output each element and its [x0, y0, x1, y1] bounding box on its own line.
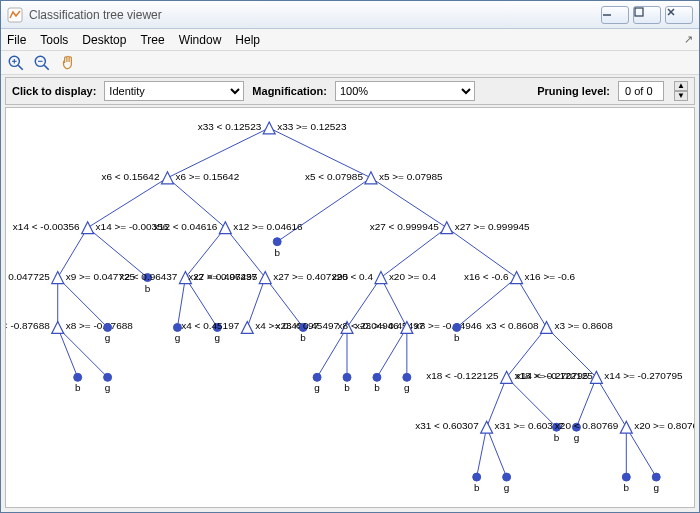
svg-text:x12 < 0.04616: x12 < 0.04616 [154, 221, 218, 232]
svg-point-142 [622, 473, 630, 481]
control-bar: Click to display: Identity Magnification… [5, 77, 695, 105]
magnification-select[interactable]: 100% [335, 81, 475, 101]
svg-line-32 [58, 327, 78, 377]
svg-text:x33 < 0.12523: x33 < 0.12523 [198, 121, 262, 132]
svg-text:x16 < -0.6: x16 < -0.6 [464, 271, 509, 282]
svg-text:g: g [404, 382, 410, 393]
dock-toggle-icon[interactable]: ↗ [684, 33, 693, 46]
svg-point-144 [652, 473, 660, 481]
pruning-down-button[interactable]: ▼ [674, 91, 688, 101]
svg-text:x3 < 0.8608: x3 < 0.8608 [486, 320, 539, 331]
svg-text:x20 < 0.4: x20 < 0.4 [332, 271, 374, 282]
svg-marker-65 [441, 222, 453, 234]
svg-line-33 [58, 327, 108, 377]
svg-marker-79 [375, 272, 387, 284]
close-button[interactable] [665, 6, 693, 24]
svg-text:x8 < -0.87688: x8 < -0.87688 [6, 320, 50, 331]
pruning-up-button[interactable]: ▲ [674, 81, 688, 91]
menu-tree[interactable]: Tree [140, 33, 164, 47]
pruning-label: Pruning level: [537, 85, 610, 97]
svg-text:x27 < 0.999945: x27 < 0.999945 [370, 221, 439, 232]
svg-marker-48 [263, 122, 275, 134]
svg-line-47 [626, 427, 656, 477]
svg-text:x2 < 0.96437: x2 < 0.96437 [119, 271, 177, 282]
svg-text:x14 < -0.00356: x14 < -0.00356 [13, 221, 80, 232]
svg-text:b: b [474, 482, 480, 493]
svg-text:x6 < 0.15642: x6 < 0.15642 [102, 171, 160, 182]
svg-text:b: b [624, 482, 630, 493]
svg-text:b: b [454, 332, 460, 343]
menu-window[interactable]: Window [179, 33, 222, 47]
svg-text:b: b [374, 382, 380, 393]
svg-line-14 [277, 178, 371, 242]
svg-point-140 [503, 473, 511, 481]
svg-marker-85 [52, 321, 64, 333]
menu-desktop[interactable]: Desktop [82, 33, 126, 47]
svg-rect-2 [635, 8, 643, 16]
minimize-button[interactable] [601, 6, 629, 24]
svg-text:b: b [75, 382, 81, 393]
menu-tools[interactable]: Tools [40, 33, 68, 47]
svg-text:x8 >= -0.87688: x8 >= -0.87688 [66, 320, 134, 331]
svg-line-4 [18, 65, 23, 70]
svg-marker-82 [511, 272, 523, 284]
window-buttons [601, 6, 693, 24]
svg-text:x4 < 0.45197: x4 < 0.45197 [181, 320, 239, 331]
svg-line-45 [487, 427, 507, 477]
svg-point-114 [313, 373, 321, 381]
title-bar: Classification tree viewer [1, 1, 699, 29]
svg-marker-57 [82, 222, 94, 234]
svg-text:x14 >= -0.270795: x14 >= -0.270795 [604, 370, 683, 381]
svg-text:x27 >= 0.999945: x27 >= 0.999945 [455, 221, 530, 232]
magnification-label: Magnification: [252, 85, 327, 97]
svg-text:x20 >= 0.4: x20 >= 0.4 [389, 271, 437, 282]
svg-text:b: b [300, 332, 306, 343]
display-select[interactable]: Identity [104, 81, 244, 101]
svg-text:g: g [653, 482, 659, 493]
svg-text:x20 < 0.80769: x20 < 0.80769 [555, 420, 619, 431]
svg-marker-54 [365, 172, 377, 184]
svg-marker-94 [241, 321, 253, 333]
svg-text:x27 < 0.407295: x27 < 0.407295 [188, 271, 257, 282]
svg-line-34 [317, 327, 347, 377]
maximize-button[interactable] [633, 6, 661, 24]
svg-text:g: g [175, 332, 181, 343]
svg-text:b: b [554, 432, 560, 443]
svg-point-88 [104, 323, 112, 331]
svg-text:x6 >= 0.15642: x6 >= 0.15642 [175, 171, 239, 182]
svg-marker-135 [620, 421, 632, 433]
svg-text:g: g [504, 482, 510, 493]
svg-text:x31 < 0.60307: x31 < 0.60307 [415, 420, 479, 431]
svg-marker-76 [259, 272, 271, 284]
svg-point-138 [473, 473, 481, 481]
svg-line-8 [44, 65, 49, 70]
svg-marker-122 [501, 371, 513, 383]
zoom-out-icon[interactable] [33, 54, 51, 72]
svg-text:g: g [215, 332, 221, 343]
menu-file[interactable]: File [7, 33, 26, 47]
svg-point-116 [343, 373, 351, 381]
pruning-spinner: ▲ ▼ [674, 81, 688, 101]
app-icon [7, 7, 23, 23]
svg-text:x8 >= -0.04946: x8 >= -0.04946 [415, 320, 483, 331]
tree-svg: x33 < 0.12523x33 >= 0.12523x6 < 0.15642x… [6, 108, 694, 507]
svg-text:b: b [274, 247, 280, 258]
svg-text:x3 >= 0.8608: x3 >= 0.8608 [554, 320, 613, 331]
svg-text:g: g [105, 332, 111, 343]
svg-text:x14 < -0.270795: x14 < -0.270795 [516, 370, 589, 381]
zoom-in-icon[interactable] [7, 54, 25, 72]
svg-point-63 [273, 238, 281, 246]
tree-canvas[interactable]: x33 < 0.12523x33 >= 0.12523x6 < 0.15642x… [5, 107, 695, 508]
svg-text:x18 < -0.122125: x18 < -0.122125 [426, 370, 499, 381]
menu-help[interactable]: Help [235, 33, 260, 47]
svg-text:x16 >= -0.6: x16 >= -0.6 [525, 271, 576, 282]
svg-point-120 [403, 373, 411, 381]
svg-text:b: b [145, 283, 151, 294]
svg-point-112 [104, 373, 112, 381]
display-label: Click to display: [12, 85, 96, 97]
pan-icon[interactable] [59, 54, 77, 72]
svg-line-44 [477, 427, 487, 477]
svg-point-105 [453, 323, 461, 331]
svg-text:g: g [105, 382, 111, 393]
svg-point-90 [173, 323, 181, 331]
